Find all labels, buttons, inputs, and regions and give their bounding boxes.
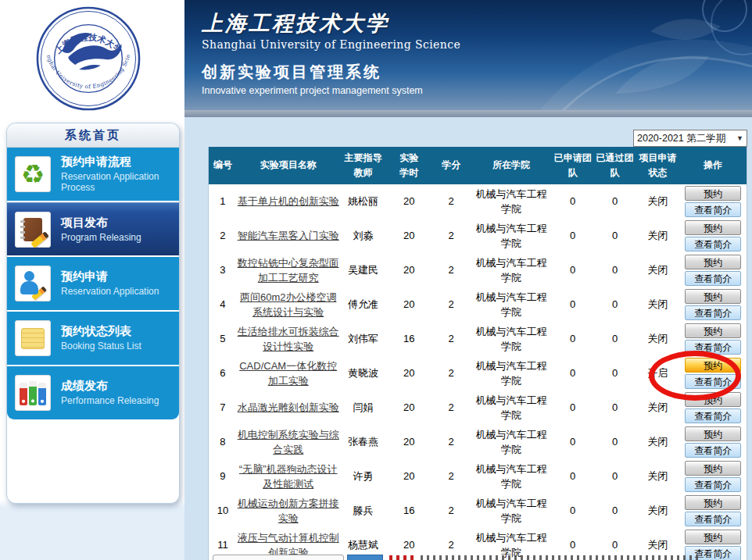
passed-teams-count: 0 <box>594 391 636 425</box>
applied-teams-count: 0 <box>552 425 594 459</box>
passed-teams-count: 0 <box>594 425 636 459</box>
application-status: 关闭 <box>636 287 679 322</box>
column-header-6: 已申请团队 <box>552 147 594 184</box>
college-name: 机械与汽车工程学院 <box>471 494 552 528</box>
sidebar-item-performance-releasing[interactable]: 成绩发布 Performance Releasing <box>7 366 179 419</box>
column-header-1: 实验项目名称 <box>237 147 340 184</box>
sidebar-item-program-releasing[interactable]: 项目发布 Program Releasing <box>7 202 179 255</box>
column-header-2: 主要指导教师 <box>339 147 386 184</box>
project-name-link[interactable]: 机电控制系统实验与综合实践 <box>237 427 340 458</box>
passed-teams-count: 0 <box>594 494 636 528</box>
project-name-link[interactable]: 智能汽车黑客入门实验 <box>238 228 339 244</box>
passed-teams-count: 0 <box>594 219 636 253</box>
row-number: 2 <box>209 219 237 253</box>
reserve-button[interactable]: 预约 <box>685 289 741 304</box>
sidebar-item-title: 预约申请 <box>61 269 159 284</box>
reserve-button[interactable]: 预约 <box>685 255 741 269</box>
college-name: 机械与汽车工程学院 <box>471 356 552 391</box>
college-name: 机械与汽车工程学院 <box>471 219 552 253</box>
table-row: 4两间60m2办公楼空调系统设计与实验傅允准202机械与汽车工程学院00关闭预约… <box>209 287 747 322</box>
view-intro-button[interactable]: 查看简介 <box>685 202 741 217</box>
sidebar-item-reservation-application[interactable]: 预约申请 Reservation Application <box>7 257 179 310</box>
reserve-button[interactable]: 预约 <box>685 358 741 373</box>
row-number: 3 <box>209 253 237 287</box>
table-row: 10机械运动创新方案拼接实验滕兵162机械与汽车工程学院00关闭预约查看简介 <box>209 494 747 528</box>
banner-university-name-zh: 上海工程技术大学 <box>202 9 460 37</box>
view-intro-button[interactable]: 查看简介 <box>685 305 741 320</box>
reserve-button[interactable]: 预约 <box>685 530 741 544</box>
column-header-3: 实验学时 <box>386 147 432 184</box>
passed-teams-count: 0 <box>594 253 636 287</box>
reserve-button[interactable]: 预约 <box>685 392 741 407</box>
row-number: 4 <box>209 287 237 322</box>
applied-teams-count: 0 <box>552 184 594 219</box>
column-header-0: 编号 <box>209 147 237 184</box>
college-name: 机械与汽车工程学院 <box>471 322 552 356</box>
clipped-bottom-row <box>184 555 752 560</box>
credits: 2 <box>432 459 471 494</box>
semester-select[interactable]: 2020-2021 第二学期 ▼ <box>633 130 747 147</box>
table-row: 9“无脑”机器狗动态设计及性能测试许勇202机械与汽车工程学院00关闭预约查看简… <box>209 459 747 494</box>
teacher-name: 傅允准 <box>340 287 387 322</box>
experiment-hours: 20 <box>386 356 432 391</box>
passed-teams-count: 0 <box>594 184 636 219</box>
operations-cell: 预约查看简介 <box>679 253 747 287</box>
project-name-cell: 机械运动创新方案拼接实验 <box>237 494 340 528</box>
credits: 2 <box>432 391 471 425</box>
project-name-link[interactable]: 基于单片机的创新实验 <box>238 194 339 209</box>
project-name-link[interactable]: 水晶激光雕刻创新实验 <box>238 400 339 416</box>
clipped-red-text-tops <box>389 555 416 560</box>
teacher-name: 张春燕 <box>340 425 387 459</box>
table-row: 7水晶激光雕刻创新实验闫娟202机械与汽车工程学院00关闭预约查看简介 <box>209 391 747 425</box>
table-row: 6CAD/CAM一体化数控加工实验黄晓波202机械与汽车工程学院00开启预约查看… <box>209 356 747 391</box>
sidebar-item-title: 预约状态列表 <box>61 324 141 339</box>
project-name-cell: 机电控制系统实验与综合实践 <box>237 425 340 459</box>
chevron-down-icon: ▼ <box>736 134 743 142</box>
sidebar-panel: 系统首页 ♻ 预约申请流程 Reservation Application Pr… <box>6 123 180 504</box>
sidebar-item-booking-status[interactable]: 预约状态列表 Booking Status List <box>7 312 179 365</box>
person-pencil-icon <box>15 266 51 301</box>
project-name-link[interactable]: 机械运动创新方案拼接实验 <box>237 496 340 526</box>
view-intro-button[interactable]: 查看简介 <box>685 237 741 251</box>
project-name-link[interactable]: “无脑”机器狗动态设计及性能测试 <box>237 462 340 492</box>
operations-cell: 预约查看简介 <box>679 287 747 322</box>
view-intro-button[interactable]: 查看简介 <box>685 340 741 355</box>
teacher-name: 刘淼 <box>340 219 387 253</box>
teacher-name: 黄晓波 <box>340 356 387 391</box>
reserve-button[interactable]: 预约 <box>685 495 741 510</box>
banner-system-title-en: Innovative experiment project management… <box>202 85 460 96</box>
view-intro-button[interactable]: 查看简介 <box>685 271 741 286</box>
reserve-button[interactable]: 预约 <box>685 323 741 338</box>
view-intro-button[interactable]: 查看简介 <box>685 512 741 526</box>
project-name-link[interactable]: CAD/CAM一体化数控加工实验 <box>237 358 340 389</box>
sidebar-home-header[interactable]: 系统首页 <box>7 123 179 148</box>
teacher-name: 吴建民 <box>340 253 387 287</box>
row-number: 9 <box>209 459 237 494</box>
experiment-hours: 20 <box>386 287 432 322</box>
view-intro-button[interactable]: 查看简介 <box>685 443 741 458</box>
project-name-link[interactable]: 生活给排水可拆装综合设计性实验 <box>237 324 340 355</box>
reserve-button[interactable]: 预约 <box>685 426 741 441</box>
credits: 2 <box>432 287 471 322</box>
view-intro-button[interactable]: 查看简介 <box>685 477 741 492</box>
project-name-link[interactable]: 数控钻铣中心复杂型面加工工艺研究 <box>237 255 340 286</box>
project-name-cell: 两间60m2办公楼空调系统设计与实验 <box>237 287 340 322</box>
reserve-button[interactable]: 预约 <box>685 461 741 476</box>
view-intro-button[interactable]: 查看简介 <box>685 408 741 423</box>
sidebar-item-title: 成绩发布 <box>61 379 159 394</box>
application-status: 关闭 <box>636 494 679 528</box>
reserve-button[interactable]: 预约 <box>685 220 741 235</box>
reserve-button[interactable]: 预约 <box>685 186 741 201</box>
project-name-link[interactable]: 两间60m2办公楼空调系统设计与实验 <box>237 290 340 320</box>
college-name: 机械与汽车工程学院 <box>471 184 552 219</box>
experiment-hours: 20 <box>386 253 432 287</box>
sidebar-item-reservation-process[interactable]: ♻ 预约申请流程 Reservation Application Process <box>7 148 179 201</box>
applied-teams-count: 0 <box>552 391 594 425</box>
table-row: 2智能汽车黑客入门实验刘淼202机械与汽车工程学院00关闭预约查看简介 <box>209 219 747 253</box>
experiment-hours: 20 <box>386 459 432 494</box>
sidebar-item-title: 项目发布 <box>61 216 141 230</box>
view-intro-button[interactable]: 查看简介 <box>685 374 741 389</box>
sidebar-item-subtitle: Performance Releasing <box>61 395 159 406</box>
sidebar-item-subtitle: Program Releasing <box>61 232 141 243</box>
project-name-cell: 智能汽车黑客入门实验 <box>237 219 340 253</box>
